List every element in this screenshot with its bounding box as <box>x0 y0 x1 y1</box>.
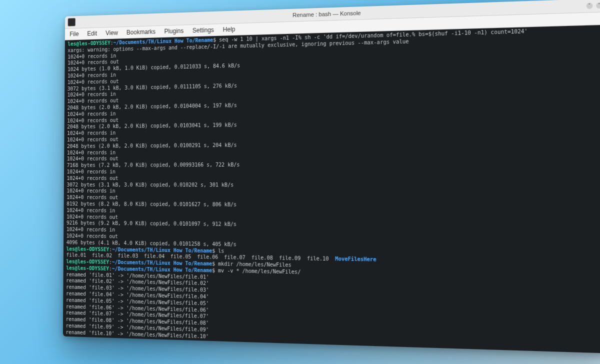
output-line: 1024+0 records out <box>67 176 118 181</box>
cmd-mkdir: mkdir /home/les/NewFiles <box>215 261 292 268</box>
output-line: 1024+0 records out <box>66 233 118 239</box>
prompt-user: les@les-ODYSSEY <box>66 258 109 264</box>
output-line: 1024+0 records in <box>67 150 116 156</box>
ls-directory: MoveFilesHere <box>335 256 376 262</box>
output-line: 2048 bytes (2.0 kB, 2.0 KiB) copied, 0.0… <box>67 142 236 149</box>
output-line: 1024+0 records in <box>67 110 116 116</box>
output-line: 1024+0 records out <box>68 59 119 66</box>
output-line: 8192 bytes (8.2 kB, 8.0 KiB) copied, 0.0… <box>66 201 236 208</box>
prompt-path: ~/Documents/TH/Linux How To/Rename <box>112 344 212 352</box>
output-line: 9216 bytes (9.2 kB, 9.0 KiB) copied, 0.0… <box>66 220 236 227</box>
menu-plugins[interactable]: Plugins <box>164 28 184 35</box>
prompt-path: ~/Documents/TH/Linux How To/Rename <box>112 260 212 266</box>
prompt-path: ~/Documents/TH/Linux How To/Rename <box>112 266 212 274</box>
output-line: 1024+0 records in <box>67 169 116 174</box>
cmd-ls: ls <box>215 248 224 254</box>
konsole-window: Rename : bash — Konsole ˅ ˄ × File Edit … <box>63 0 600 354</box>
output-line: 1024+0 records out <box>68 98 119 104</box>
maximize-button[interactable]: ˄ <box>596 2 600 8</box>
menu-edit[interactable]: Edit <box>87 30 97 38</box>
output-line: 1024+0 records in <box>66 226 115 232</box>
output-line: 1024+0 records in <box>66 188 115 194</box>
output-line: 1024+0 records out <box>67 117 118 123</box>
menu-view[interactable]: View <box>106 30 118 37</box>
output-line: 1024+0 records in <box>67 130 116 136</box>
cursor <box>218 347 221 353</box>
app-icon <box>68 18 76 26</box>
output-line: 3072 bytes (3.1 kB, 3.0 KiB) copied, 0.0… <box>66 182 234 188</box>
terminal-area[interactable]: les@les-ODYSSEY:~/Documents/TH/Linux How… <box>63 24 600 354</box>
output-line: 1024+0 records out <box>67 156 118 162</box>
prompt-user: les@les-ODYSSEY <box>68 40 110 46</box>
output-line: 1024+0 records in <box>68 52 116 59</box>
cmd-mv: mv -v * /home/les/NewFiles/ <box>215 268 300 274</box>
output-line: 1024+0 records out <box>66 214 118 220</box>
minimize-button[interactable]: ˅ <box>586 2 593 9</box>
menu-help[interactable]: Help <box>223 26 236 33</box>
prompt-user: les@les-ODYSSEY <box>66 246 110 252</box>
output-line: 1024+0 records in <box>66 208 115 214</box>
output-line: 1024+0 records out <box>67 136 118 142</box>
menu-file[interactable]: File <box>70 30 78 38</box>
prompt-user: les@les-ODYSSEY <box>66 342 108 349</box>
output-line: 1024+0 records out <box>66 194 118 200</box>
output-line: 7168 bytes (7.2 kB, 7.0 KiB) copied, 0.0… <box>67 162 240 168</box>
output-line: 1024+0 records in <box>68 72 116 78</box>
prompt-path: ~/Documents/TH/Linux How To/Rename <box>112 246 212 254</box>
output-line: 1024+0 records out <box>68 78 119 85</box>
window-title: Rename : bash — Konsole <box>292 10 361 18</box>
menu-bookmarks[interactable]: Bookmarks <box>126 28 156 36</box>
menu-settings[interactable]: Settings <box>192 26 214 34</box>
output-line: 2048 bytes (2.0 kB, 2.0 KiB) copied, 0.0… <box>67 122 236 130</box>
output-line: 1024+0 records in <box>68 92 116 98</box>
prompt-user: les@les-ODYSSEY <box>66 265 109 272</box>
